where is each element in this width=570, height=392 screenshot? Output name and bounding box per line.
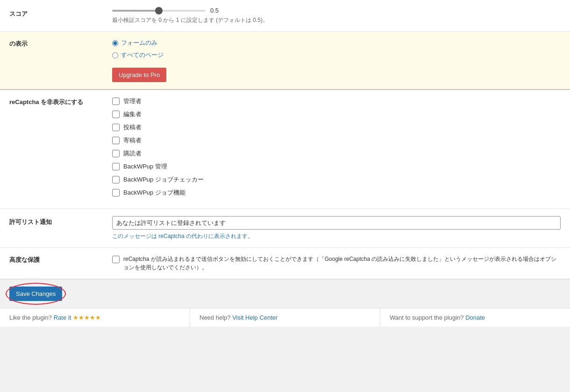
save-changes-button[interactable]: Save Changes <box>9 287 62 301</box>
support-text: Want to support the plugin? <box>390 314 464 321</box>
hide-recaptcha-backwpup-job-function-label: BackWPup ジョブ機能 <box>123 189 185 197</box>
bottom-footer: Like the plugin? Rate it ★★★★★ Need help… <box>0 308 570 327</box>
display-option-all-pages[interactable]: すべてのページ <box>112 51 561 59</box>
donate-link[interactable]: Donate <box>465 314 485 321</box>
hide-recaptcha-author-label: 投稿者 <box>123 123 142 132</box>
advanced-protection-row: 高度な保護 reCaptcha が読み込まれるまで送信ボタンを無効にしておくこと… <box>0 248 570 279</box>
display-label: の表示 <box>9 39 112 48</box>
score-label: スコア <box>9 7 112 18</box>
save-button-wrapper: Save Changes <box>9 287 62 301</box>
advanced-protection-text: reCaptcha が読み込まれるまで送信ボタンを無効にしておくことができます（… <box>123 255 561 272</box>
hide-recaptcha-backwpup-job-function[interactable]: BackWPup ジョブ機能 <box>112 189 561 197</box>
allowlist-label: 許可リスト通知 <box>9 216 112 226</box>
hide-recaptcha-contributor-label: 寄稿者 <box>123 136 142 145</box>
footer-rate-section: Like the plugin? Rate it ★★★★★ <box>0 308 190 327</box>
like-plugin-text: Like the plugin? <box>9 314 52 321</box>
score-display: 0.5 <box>210 7 219 14</box>
allowlist-value: このメッセージは reCaptcha の代わりに表示されます。 <box>112 216 561 240</box>
footer-donate-section: Want to support the plugin? Donate <box>380 308 570 327</box>
advanced-protection-value: reCaptcha が読み込まれるまで送信ボタンを無効にしておくことができます（… <box>112 255 561 272</box>
hide-recaptcha-author[interactable]: 投稿者 <box>112 123 561 132</box>
display-row: の表示 フォームのみ すべてのページ Upgrade to Pro <box>0 32 570 90</box>
hide-recaptcha-admin-label: 管理者 <box>123 97 142 105</box>
hide-recaptcha-backwpup-job-checker[interactable]: BackWPup ジョブチェッカー <box>112 175 561 184</box>
display-option-all-pages-label: すべてのページ <box>121 51 164 59</box>
hide-recaptcha-admin[interactable]: 管理者 <box>112 97 561 105</box>
score-description: 最小検証スコアを 0 から 1 に設定します (デフォルトは 0.5)。 <box>112 16 561 24</box>
hide-recaptcha-options: 管理者 編集者 投稿者 寄稿者 購読者 BackWPup 管理 <box>112 97 561 202</box>
hide-recaptcha-subscriber[interactable]: 購読者 <box>112 149 561 158</box>
hide-recaptcha-backwpup-admin[interactable]: BackWPup 管理 <box>112 162 561 171</box>
display-option-form-only[interactable]: フォームのみ <box>112 39 561 47</box>
advanced-protection-label: 高度な保護 <box>9 255 112 264</box>
display-option-form-only-label: フォームのみ <box>121 39 157 47</box>
allowlist-description: このメッセージは reCaptcha の代わりに表示されます。 <box>112 232 561 240</box>
advanced-protection-option[interactable]: reCaptcha が読み込まれるまで送信ボタンを無効にしておくことができます（… <box>112 255 561 272</box>
need-help-text: Need help? <box>200 314 231 321</box>
rate-it-link[interactable]: Rate it <box>54 314 71 321</box>
allowlist-row: 許可リスト通知 このメッセージは reCaptcha の代わりに表示されます。 <box>0 209 570 248</box>
hide-recaptcha-row: reCaptcha を非表示にする 管理者 編集者 投稿者 寄稿者 購読者 <box>0 90 570 209</box>
hide-recaptcha-contributor[interactable]: 寄稿者 <box>112 136 561 145</box>
star-rating: ★★★★★ <box>73 314 101 321</box>
score-slider[interactable] <box>112 10 206 12</box>
hide-recaptcha-editor[interactable]: 編集者 <box>112 110 561 119</box>
display-value: フォームのみ すべてのページ Upgrade to Pro <box>112 39 561 82</box>
hide-recaptcha-backwpup-job-checker-label: BackWPup ジョブチェッカー <box>123 175 204 184</box>
hide-recaptcha-label: reCaptcha を非表示にする <box>9 97 112 106</box>
footer-help-section: Need help? Visit Help Center <box>190 308 380 327</box>
footer-bar: Save Changes <box>0 279 570 308</box>
hide-recaptcha-backwpup-admin-label: BackWPup 管理 <box>123 162 167 171</box>
hide-recaptcha-editor-label: 編集者 <box>123 110 142 119</box>
settings-form: スコア 0.5 最小検証スコアを 0 から 1 に設定します (デフォルトは 0… <box>0 0 570 327</box>
score-value: 0.5 最小検証スコアを 0 から 1 に設定します (デフォルトは 0.5)。 <box>112 7 561 24</box>
score-row: スコア 0.5 最小検証スコアを 0 から 1 に設定します (デフォルトは 0… <box>0 0 570 32</box>
advanced-protection-checkbox[interactable] <box>112 256 120 263</box>
hide-recaptcha-subscriber-label: 購読者 <box>123 149 142 158</box>
upgrade-to-pro-button[interactable]: Upgrade to Pro <box>112 68 166 82</box>
visit-help-center-link[interactable]: Visit Help Center <box>232 314 278 321</box>
allowlist-notification-input[interactable] <box>112 216 561 230</box>
